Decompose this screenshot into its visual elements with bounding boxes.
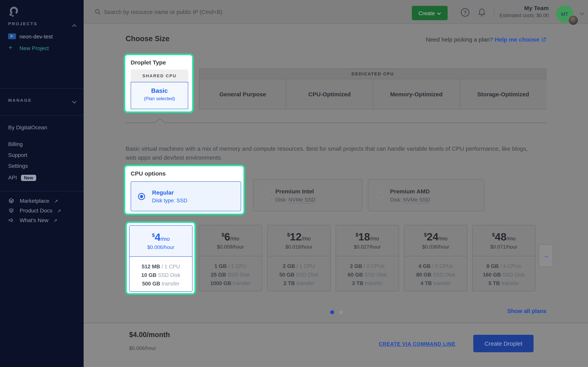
- tab-memory-optimized[interactable]: Memory-Optimized: [373, 79, 460, 109]
- tab-shared-cpu[interactable]: SHARED CPU: [131, 69, 188, 82]
- sidebar-item-whats-new[interactable]: What's New ↗: [8, 217, 57, 225]
- show-all-plans-link[interactable]: Show all plans: [507, 308, 546, 314]
- help-icon[interactable]: ?: [461, 8, 469, 17]
- plan-card-18mo[interactable]: $18/mo $0.027/hour 2 GB / 2 CPUs 60 GB S…: [336, 225, 399, 291]
- create-droplet-button[interactable]: Create Droplet: [473, 335, 534, 352]
- droplet-create-page: PROJECTS neon-dev-test + New Project MAN…: [0, 0, 588, 367]
- tab-storage-optimized[interactable]: Storage-Optimized: [460, 79, 547, 109]
- tab-caret-divider: [126, 118, 546, 125]
- cpu-option-regular[interactable]: Regular Disk type: SSD: [131, 181, 241, 211]
- pagination-dot[interactable]: [339, 311, 343, 314]
- search-input[interactable]: [103, 6, 307, 18]
- external-link-icon: [541, 37, 546, 43]
- dedicated-cpu-group: DEDICATED CPU General Purpose CPU-Optimi…: [199, 68, 546, 109]
- sidebar: PROJECTS neon-dev-test + New Project MAN…: [0, 0, 84, 367]
- help-me-choose-link[interactable]: Help me choose: [495, 36, 539, 43]
- cpu-option-premium-intel[interactable]: Premium Intel Disk: NVMe SSD: [253, 179, 363, 211]
- estimated-costs: Estimated costs: $0.00: [486, 13, 549, 18]
- dedicated-cpu-header: DEDICATED CPU: [199, 68, 546, 79]
- tab-general-purpose[interactable]: General Purpose: [199, 79, 286, 109]
- cpu-option-premium-amd[interactable]: Premium AMD Disk: NVMe SSD: [368, 179, 484, 211]
- tab-cpu-optimized[interactable]: CPU-Optimized: [286, 79, 373, 109]
- digitalocean-logo-icon[interactable]: [7, 5, 20, 19]
- plus-icon: +: [9, 44, 12, 52]
- create-button[interactable]: Create: [412, 6, 448, 20]
- plan-card-selected-highlight: $4/mo $0.006/hour 512 MB / 1 CPU 10 GB S…: [125, 221, 196, 295]
- api-label: API: [8, 174, 17, 181]
- plan-description: Basic virtual machines with a mix of mem…: [126, 144, 533, 162]
- plan-card-4mo[interactable]: $4/mo $0.006/hour 512 MB / 1 CPU 10 GB S…: [129, 225, 192, 292]
- new-project-label: New Project: [19, 45, 49, 51]
- cpu-options-box: CPU options Regular Disk type: SSD: [124, 165, 245, 215]
- tab-basic-plan[interactable]: Basic (Plan selected): [131, 82, 188, 109]
- footer-bar: $4.00/month $0.006/hour CREATE VIA COMMA…: [84, 323, 588, 367]
- sidebar-item-support[interactable]: Support: [8, 152, 27, 158]
- total-monthly-cost: $4.00/month: [129, 331, 170, 339]
- sidebar-divider: [0, 115, 84, 116]
- sidebar-item-marketplace[interactable]: Marketplace ↗: [8, 197, 58, 205]
- project-icon: [8, 33, 16, 39]
- notifications-bell-icon[interactable]: [477, 7, 486, 19]
- layers-icon: [8, 208, 14, 215]
- sidebar-divider: [0, 88, 84, 89]
- account-chevron-icon[interactable]: [579, 10, 585, 17]
- sidebar-item-product-docs[interactable]: Product Docs ↗: [8, 207, 61, 215]
- next-plans-button[interactable]: →: [539, 244, 553, 267]
- pagination-dot-active[interactable]: [330, 310, 334, 314]
- page-title: Choose Size: [126, 34, 170, 43]
- team-name: My Team: [498, 5, 549, 11]
- droplet-type-box: Droplet Type SHARED CPU Basic (Plan sele…: [124, 54, 194, 113]
- project-name: neon-dev-test: [19, 33, 53, 40]
- photo-avatar[interactable]: [568, 15, 578, 25]
- sidebar-item-api[interactable]: APINew: [8, 174, 36, 181]
- megaphone-icon: [8, 218, 14, 225]
- sidebar-item-by-digitalocean[interactable]: By DigitalOcean: [8, 124, 47, 131]
- dedicated-cpu-tabs: General Purpose CPU-Optimized Memory-Opt…: [199, 79, 546, 109]
- plan-selected-note: (Plan selected): [131, 96, 188, 101]
- radio-unselected-icon[interactable]: [261, 192, 268, 199]
- regular-disk-type: Disk type: SSD: [152, 198, 187, 203]
- arrow-right-icon: →: [542, 251, 549, 260]
- sidebar-item-billing[interactable]: Billing: [8, 141, 23, 147]
- topbar: Create ? My Team Estimated costs: $0.00 …: [84, 0, 588, 24]
- droplet-type-title: Droplet Type: [131, 59, 166, 66]
- external-arrow-icon: ↗: [53, 218, 57, 223]
- total-hourly-cost: $0.006/hour: [129, 345, 156, 351]
- search-icon: [95, 8, 101, 17]
- chevron-down-icon[interactable]: [72, 98, 77, 105]
- create-via-command-line-link[interactable]: CREATE VIA COMMAND LINE: [379, 341, 456, 347]
- external-arrow-icon: ↗: [57, 208, 61, 214]
- plan-card-24mo[interactable]: $24/mo $0.036/hour 4 GB / 2 CPUs 80 GB S…: [404, 225, 467, 291]
- sidebar-section-manage[interactable]: MANAGE: [8, 98, 32, 102]
- sidebar-section-projects[interactable]: PROJECTS: [8, 21, 37, 26]
- radio-unselected-icon[interactable]: [376, 192, 383, 199]
- chevron-up-icon[interactable]: [72, 22, 77, 29]
- sidebar-divider: [0, 191, 84, 192]
- plan-card-12mo[interactable]: $12/mo $0.018/hour 2 GB / 1 CPU 50 GB SS…: [267, 225, 330, 291]
- external-arrow-icon: ↗: [54, 199, 58, 204]
- regular-label: Regular: [152, 189, 187, 196]
- chevron-down-icon: [437, 10, 441, 16]
- new-badge: New: [21, 175, 36, 181]
- plan-card-6mo[interactable]: $6/mo $0.009/hour 1 GB / 1 CPU 25 GB SSD…: [199, 225, 262, 291]
- basic-label: Basic: [131, 87, 188, 94]
- help-row: Need help picking a plan? Help me choose: [426, 36, 546, 43]
- help-prefix: Need help picking a plan?: [426, 36, 493, 43]
- radio-selected-icon[interactable]: [138, 193, 145, 200]
- plan-card-48mo[interactable]: $48/mo $0.071/hour 8 GB / 4 CPUs 160 GB …: [472, 225, 536, 291]
- sidebar-item-settings[interactable]: Settings: [8, 163, 28, 169]
- cube-icon: [8, 199, 14, 205]
- cpu-options-title: CPU options: [131, 170, 166, 177]
